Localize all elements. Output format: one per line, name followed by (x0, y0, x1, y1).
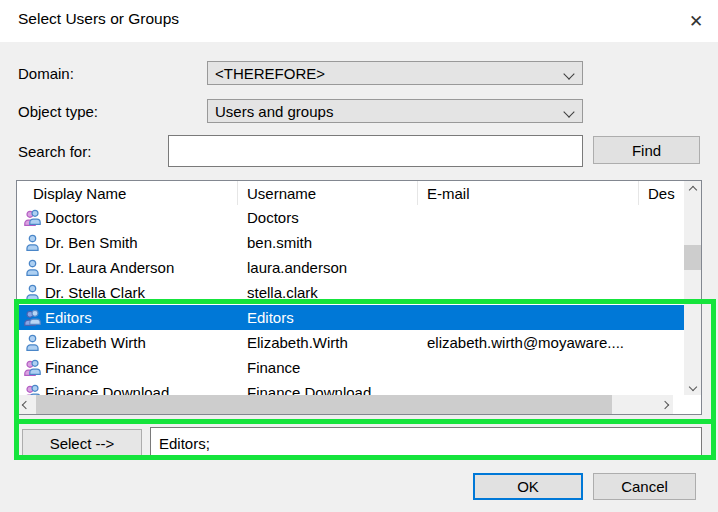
list-header: Display NameUsernameE-mailDes (17, 181, 684, 205)
domain-dropdown[interactable]: <THEREFORE> (207, 61, 583, 85)
list-row[interactable]: Dr. Stella Clarkstella.clark (17, 280, 684, 305)
horizontal-scrollbar-thumb[interactable] (36, 395, 612, 414)
list-row[interactable]: Dr. Laura Andersonlaura.anderson (17, 255, 684, 280)
display-name-cell: Doctors (45, 209, 247, 226)
scroll-up-icon[interactable] (684, 181, 701, 198)
search-label: Search for: (18, 143, 91, 160)
username-cell: Doctors (247, 209, 427, 226)
chevron-down-icon (563, 106, 574, 117)
username-cell: Finance (247, 359, 427, 376)
user-icon (21, 234, 43, 252)
username-cell: ben.smith (247, 234, 427, 251)
list-row[interactable]: Finance DownloadFinance.Download (17, 380, 684, 395)
scroll-left-icon[interactable] (17, 396, 34, 413)
display-name-cell: Finance (45, 359, 247, 376)
column-header-e-mail[interactable]: E-mail (418, 181, 639, 205)
username-cell: Elizabeth.Wirth (247, 334, 427, 351)
group-icon (21, 384, 43, 396)
username-cell: Editors (247, 309, 427, 326)
selected-items-field[interactable] (150, 427, 702, 459)
close-icon[interactable]: ✕ (684, 9, 708, 33)
username-cell: stella.clark (247, 284, 427, 301)
email-cell: elizabeth.wirth@moyaware.... (427, 334, 642, 351)
display-name-cell: Dr. Stella Clark (45, 284, 247, 301)
title-bar: Select Users or Groups ✕ (0, 0, 718, 42)
domain-dropdown-value: <THEREFORE> (215, 65, 325, 82)
display-name-cell: Editors (45, 309, 247, 326)
username-cell: Finance.Download (247, 384, 427, 395)
object-type-label: Object type: (18, 103, 98, 120)
ok-button[interactable]: OK (473, 473, 583, 500)
column-header-username[interactable]: Username (238, 181, 418, 205)
scroll-right-icon[interactable] (656, 396, 673, 413)
user-icon (21, 284, 43, 302)
search-input[interactable] (168, 135, 583, 167)
find-button[interactable]: Find (593, 136, 700, 164)
group-icon (21, 209, 43, 227)
user-icon (21, 334, 43, 352)
scroll-down-icon[interactable] (684, 378, 701, 395)
select-button[interactable]: Select --> (22, 429, 142, 457)
column-header-des[interactable]: Des (639, 181, 684, 205)
list-row[interactable]: Elizabeth WirthElizabeth.Wirthelizabeth.… (17, 330, 684, 355)
user-icon (21, 259, 43, 277)
display-name-cell: Dr. Ben Smith (45, 234, 247, 251)
object-type-dropdown[interactable]: Users and groups (207, 99, 583, 123)
display-name-cell: Elizabeth Wirth (45, 334, 247, 351)
display-name-cell: Finance Download (45, 384, 247, 395)
window-title: Select Users or Groups (18, 10, 179, 28)
list-row[interactable]: EditorsEditors (17, 305, 684, 330)
domain-label: Domain: (18, 65, 74, 82)
list-row[interactable]: DoctorsDoctors (17, 205, 684, 230)
group-icon (21, 359, 43, 377)
list-row[interactable]: FinanceFinance (17, 355, 684, 380)
list-rows: DoctorsDoctorsDr. Ben Smithben.smithDr. … (17, 205, 684, 395)
vertical-scrollbar[interactable] (684, 181, 701, 395)
column-header-display-name[interactable]: Display Name (17, 181, 238, 205)
object-type-dropdown-value: Users and groups (215, 103, 333, 120)
display-name-cell: Dr. Laura Anderson (45, 259, 247, 276)
username-cell: laura.anderson (247, 259, 427, 276)
users-list: Display NameUsernameE-mailDes DoctorsDoc… (16, 180, 702, 415)
group-icon (21, 309, 43, 327)
vertical-scrollbar-thumb[interactable] (684, 245, 701, 270)
list-row[interactable]: Dr. Ben Smithben.smith (17, 230, 684, 255)
cancel-button[interactable]: Cancel (593, 473, 696, 500)
chevron-down-icon (563, 68, 574, 79)
horizontal-scrollbar[interactable] (17, 395, 673, 414)
